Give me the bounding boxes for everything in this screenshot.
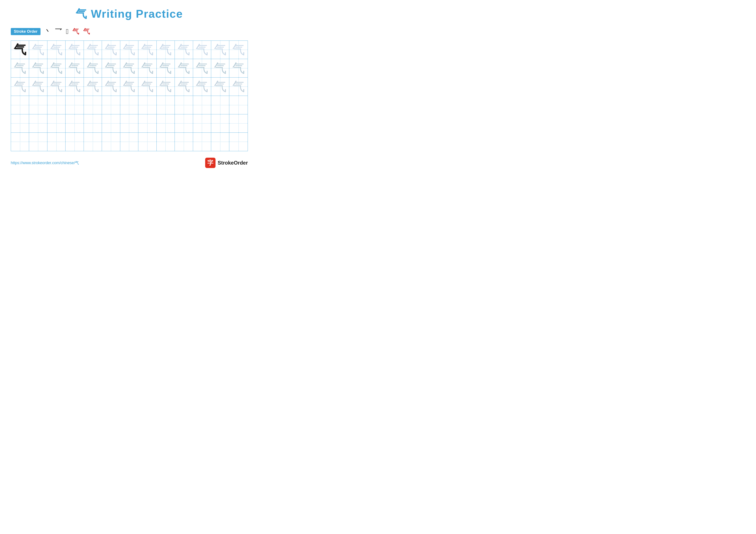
grid-cell[interactable] bbox=[211, 133, 229, 151]
grid-row-2[interactable]: 气气气气气气气气气气气气气 bbox=[11, 78, 248, 96]
grid-cell[interactable]: 气 bbox=[229, 41, 247, 59]
grid-cell[interactable] bbox=[11, 96, 29, 114]
grid-cell[interactable]: 气 bbox=[193, 78, 211, 96]
grid-cell[interactable]: 气 bbox=[102, 59, 120, 77]
grid-cell[interactable] bbox=[29, 133, 47, 151]
grid-cell[interactable] bbox=[138, 96, 156, 114]
grid-row-0[interactable]: 气气气气气气气气气气气气气 bbox=[11, 41, 248, 59]
cell-character: 气 bbox=[32, 80, 44, 93]
grid-cell[interactable]: 气 bbox=[157, 78, 175, 96]
grid-cell[interactable] bbox=[102, 133, 120, 151]
grid-cell[interactable]: 气 bbox=[11, 78, 29, 96]
grid-cell[interactable] bbox=[193, 133, 211, 151]
grid-row-4[interactable] bbox=[11, 114, 248, 133]
stroke-step-2: 乛 bbox=[55, 27, 62, 36]
grid-cell[interactable] bbox=[84, 114, 102, 133]
grid-cell[interactable]: 气 bbox=[138, 59, 156, 77]
grid-cell[interactable]: 气 bbox=[175, 78, 193, 96]
grid-cell[interactable]: 气 bbox=[138, 78, 156, 96]
grid-cell[interactable] bbox=[66, 114, 84, 133]
grid-cell[interactable]: 气 bbox=[102, 78, 120, 96]
grid-cell[interactable] bbox=[11, 114, 29, 133]
grid-cell[interactable] bbox=[47, 96, 66, 114]
grid-cell[interactable]: 气 bbox=[229, 59, 247, 77]
grid-cell[interactable]: 气 bbox=[157, 41, 175, 59]
grid-cell[interactable]: 气 bbox=[66, 41, 84, 59]
grid-cell[interactable]: 气 bbox=[29, 59, 47, 77]
grid-row-1[interactable]: 气气气气气气气气气气气气气 bbox=[11, 59, 248, 77]
grid-cell[interactable]: 气 bbox=[211, 41, 229, 59]
grid-cell[interactable]: 气 bbox=[84, 78, 102, 96]
grid-cell[interactable] bbox=[175, 96, 193, 114]
cell-character: 气 bbox=[68, 62, 81, 75]
cell-character: 气 bbox=[177, 62, 190, 75]
footer-brand-name: StrokeOrder bbox=[218, 160, 248, 166]
grid-cell[interactable]: 气 bbox=[193, 41, 211, 59]
grid-cell[interactable]: 气 bbox=[120, 41, 138, 59]
grid-cell[interactable]: 气 bbox=[229, 78, 247, 96]
grid-cell[interactable]: 气 bbox=[102, 41, 120, 59]
cell-character: 气 bbox=[214, 62, 227, 75]
grid-cell[interactable] bbox=[157, 96, 175, 114]
grid-cell[interactable]: 气 bbox=[120, 78, 138, 96]
cell-character: 气 bbox=[232, 43, 245, 56]
grid-cell[interactable] bbox=[175, 133, 193, 151]
cell-character: 气 bbox=[105, 80, 117, 93]
grid-cell[interactable]: 气 bbox=[47, 59, 66, 77]
grid-cell[interactable]: 气 bbox=[84, 59, 102, 77]
cell-character: 气 bbox=[14, 43, 26, 56]
grid-cell[interactable] bbox=[120, 96, 138, 114]
grid-cell[interactable] bbox=[157, 133, 175, 151]
grid-cell[interactable]: 气 bbox=[175, 59, 193, 77]
grid-cell[interactable] bbox=[229, 133, 247, 151]
grid-cell[interactable]: 气 bbox=[211, 59, 229, 77]
grid-cell[interactable] bbox=[120, 133, 138, 151]
grid-cell[interactable] bbox=[11, 133, 29, 151]
grid-cell[interactable] bbox=[229, 96, 247, 114]
grid-cell[interactable] bbox=[175, 114, 193, 133]
grid-cell[interactable]: 气 bbox=[175, 41, 193, 59]
grid-cell[interactable]: 气 bbox=[11, 59, 29, 77]
grid-cell[interactable]: 气 bbox=[157, 59, 175, 77]
cell-character: 气 bbox=[232, 62, 245, 75]
grid-cell[interactable] bbox=[120, 114, 138, 133]
grid-cell[interactable] bbox=[193, 96, 211, 114]
grid-cell[interactable] bbox=[66, 96, 84, 114]
grid-cell[interactable] bbox=[102, 96, 120, 114]
grid-cell[interactable] bbox=[193, 114, 211, 133]
grid-cell[interactable] bbox=[84, 96, 102, 114]
grid-cell[interactable] bbox=[29, 114, 47, 133]
grid-cell[interactable] bbox=[229, 114, 247, 133]
grid-cell[interactable]: 气 bbox=[211, 78, 229, 96]
grid-cell[interactable]: 气 bbox=[66, 78, 84, 96]
grid-cell[interactable] bbox=[47, 133, 66, 151]
grid-cell[interactable] bbox=[211, 114, 229, 133]
grid-cell[interactable] bbox=[138, 133, 156, 151]
grid-cell[interactable] bbox=[138, 114, 156, 133]
grid-cell[interactable]: 气 bbox=[193, 59, 211, 77]
footer-url[interactable]: https://www.strokeorder.com/chinese/气 bbox=[11, 160, 79, 165]
grid-cell[interactable] bbox=[66, 133, 84, 151]
grid-cell[interactable] bbox=[102, 114, 120, 133]
grid-cell[interactable]: 气 bbox=[138, 41, 156, 59]
grid-row-5[interactable] bbox=[11, 133, 248, 151]
grid-cell[interactable] bbox=[47, 114, 66, 133]
cell-character: 气 bbox=[196, 62, 208, 75]
cell-character: 气 bbox=[32, 43, 44, 56]
grid-cell[interactable] bbox=[157, 114, 175, 133]
cell-character: 气 bbox=[141, 62, 154, 75]
grid-cell[interactable]: 气 bbox=[47, 41, 66, 59]
footer: https://www.strokeorder.com/chinese/气 字 … bbox=[9, 158, 250, 168]
grid-cell[interactable]: 气 bbox=[29, 78, 47, 96]
grid-cell[interactable]: 气 bbox=[84, 41, 102, 59]
grid-cell[interactable]: 气 bbox=[66, 59, 84, 77]
cell-character: 气 bbox=[196, 43, 208, 56]
grid-cell[interactable]: 气 bbox=[11, 41, 29, 59]
grid-cell[interactable] bbox=[211, 96, 229, 114]
grid-cell[interactable] bbox=[84, 133, 102, 151]
grid-cell[interactable]: 气 bbox=[120, 59, 138, 77]
grid-cell[interactable] bbox=[29, 96, 47, 114]
grid-cell[interactable]: 气 bbox=[47, 78, 66, 96]
grid-row-3[interactable] bbox=[11, 96, 248, 114]
grid-cell[interactable]: 气 bbox=[29, 41, 47, 59]
